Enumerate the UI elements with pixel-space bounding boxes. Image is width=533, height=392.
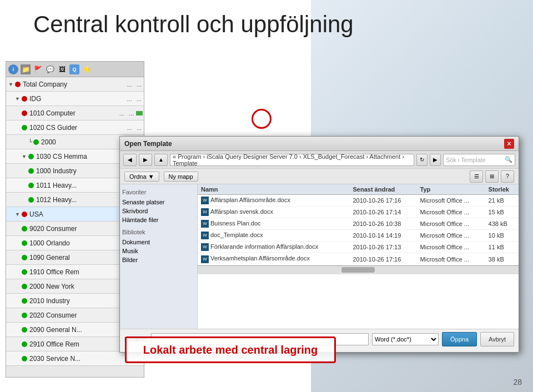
open-button[interactable]: Öppna <box>442 332 477 346</box>
file-size: 38 kB <box>485 253 519 265</box>
help-button[interactable]: ? <box>501 170 514 183</box>
table-row[interactable]: WAffärsplan svensk.docx 2010-10-26 17:14… <box>198 207 519 218</box>
item-label: 2090 General N... <box>29 326 125 334</box>
corner-icon: └ <box>28 139 32 145</box>
file-size: 21 kB <box>485 195 519 207</box>
ny-mapp-button[interactable]: Ny mapp <box>164 172 198 182</box>
docs-item[interactable]: Dokument <box>122 238 195 247</box>
item-label: 1010 Computer <box>29 109 117 117</box>
item-label: IDG <box>29 95 125 103</box>
file-size: 10 kB <box>485 230 519 242</box>
status-dot <box>28 197 34 203</box>
open-template-titlebar: Open Template × <box>120 137 519 151</box>
refresh-button[interactable]: ↻ <box>416 154 428 166</box>
item-label: USA <box>29 210 125 218</box>
file-modified: 2010-10-26 17:16 <box>349 253 416 265</box>
status-dot <box>22 110 27 116</box>
highlight-box: Lokalt arbete med central lagring <box>125 336 336 363</box>
nav-right-button[interactable]: ▶ <box>430 154 441 166</box>
col-name[interactable]: Namn <box>198 184 349 195</box>
status-dot <box>33 139 39 145</box>
table-row[interactable]: WFörklarande information Affärsplan.docx… <box>198 242 519 253</box>
music-item[interactable]: Musik <box>122 247 195 255</box>
breadcrumb-text: « Program › iScala Query Designer Server… <box>173 153 411 167</box>
item-label: 1000 Industry <box>36 167 125 175</box>
table-row[interactable]: WAffärsplan Affärsområde.docx 2010-10-26… <box>198 195 519 207</box>
file-name: WFörklarande information Affärsplan.docx <box>198 242 349 253</box>
table-row[interactable]: WBuisness Plan.doc 2010-10-26 10:38 Micr… <box>198 218 519 230</box>
view-toggle-1[interactable]: ☰ <box>470 170 483 183</box>
tree-item-idg[interactable]: ▼ IDG ... ... <box>6 92 144 106</box>
search-placeholder: Sök i Template <box>446 157 486 163</box>
item-label: 1910 Office Rem <box>29 268 125 276</box>
tree-item-1020[interactable]: 1020 CS Guider ... ... <box>6 120 144 135</box>
open-template-close-button[interactable]: × <box>504 139 514 149</box>
file-size: 438 kB <box>485 218 519 230</box>
status-dot <box>22 356 27 361</box>
filetype-select[interactable]: Word (*.doc*) <box>372 333 439 345</box>
cancel-button[interactable]: Avbryt <box>480 332 514 346</box>
status-dot <box>22 341 27 347</box>
pics-item[interactable]: Bilder <box>122 255 195 264</box>
tree-item-total-company[interactable]: ▼ Total Company ... ... <box>6 77 144 92</box>
horizontal-scrollbar[interactable] <box>198 265 519 274</box>
recent-item[interactable]: Senaste platser <box>122 198 195 207</box>
favorites-label: Favoriter <box>122 189 195 195</box>
file-type: Microsoft Office ... <box>417 195 485 207</box>
item-label: 1012 Heavy... <box>36 196 125 204</box>
col-modified[interactable]: Senast ändrad <box>349 184 416 195</box>
search-box[interactable]: Sök i Template 🔍 <box>443 154 515 166</box>
file-type: Microsoft Office ... <box>417 230 485 242</box>
tree-item-2030-service[interactable]: 2030 Service N... ... ... <box>6 351 144 366</box>
downloads-item[interactable]: Hämtade filer <box>122 215 195 224</box>
file-name: WAffärsplan svensk.docx <box>198 207 349 218</box>
item-dots2: ... <box>137 96 142 102</box>
highlight-text: Lokalt arbete med central lagring <box>143 344 318 356</box>
item-label: 2000 <box>41 138 117 146</box>
tree-item-1010[interactable]: 1010 Computer ... ... <box>6 106 144 120</box>
desktop-item[interactable]: Skrivbord <box>122 207 195 215</box>
table-row[interactable]: WVerksamhetsplan Affärsområde.docx 2010-… <box>198 253 519 265</box>
file-size: 15 kB <box>485 207 519 218</box>
file-name: WAffärsplan Affärsområde.docx <box>198 195 349 207</box>
forward-button[interactable]: ▶ <box>139 154 152 166</box>
col-size[interactable]: Storlek <box>485 184 519 195</box>
item-label: 1090 General <box>29 254 125 262</box>
status-dot <box>22 226 27 232</box>
file-type: Microsoft Office ... <box>417 253 485 265</box>
status-dot <box>22 212 27 217</box>
up-button[interactable]: ▲ <box>154 154 168 166</box>
action-bar: Ordna ▼ Ny mapp ☰ ⊞ ? <box>120 169 519 184</box>
file-modified: 2010-10-26 17:13 <box>349 242 416 253</box>
item-label: 9020 Consumer <box>29 225 125 233</box>
item-label: 1011 Heavy... <box>36 182 125 189</box>
breadcrumb: « Program › iScala Query Designer Server… <box>170 154 414 166</box>
docx-icon: W <box>201 255 209 263</box>
status-dot <box>15 82 21 87</box>
item-dots2: ... <box>129 110 134 117</box>
expand-icon: ▼ <box>22 154 27 159</box>
expand-icon: ▼ <box>15 212 21 217</box>
open-template-toolbar: ◀ ▶ ▲ « Program › iScala Query Designer … <box>120 151 519 169</box>
file-list-area: Namn Senast ändrad Typ Storlek WAffärspl… <box>198 184 519 329</box>
item-label: 2000 New York <box>29 283 125 290</box>
docx-icon: W <box>201 197 209 204</box>
table-row[interactable]: Wdoc_Template.docx 2010-10-14 14:19 Micr… <box>198 230 519 242</box>
ordna-button[interactable]: Ordna ▼ <box>124 172 159 182</box>
item-dots2: ... <box>137 81 142 88</box>
item-label: 2030 Service N... <box>29 355 125 363</box>
file-name: Wdoc_Template.docx <box>198 230 349 242</box>
col-type[interactable]: Typ <box>417 184 485 195</box>
status-dot <box>22 327 27 333</box>
item-dots2: ... <box>137 124 142 131</box>
file-modified: 2010-10-14 14:19 <box>349 230 416 242</box>
scrollbar-thumb[interactable] <box>341 267 375 273</box>
view-toggle-2[interactable]: ⊞ <box>485 170 499 183</box>
search-icon: 🔍 <box>505 156 512 163</box>
status-dot <box>28 183 34 188</box>
file-type: Microsoft Office ... <box>417 218 485 230</box>
back-button[interactable]: ◀ <box>123 154 137 166</box>
item-dots1: ... <box>127 124 132 131</box>
item-label: 2020 Consumer <box>29 311 125 319</box>
item-label: 1020 CS Guider <box>29 124 125 132</box>
